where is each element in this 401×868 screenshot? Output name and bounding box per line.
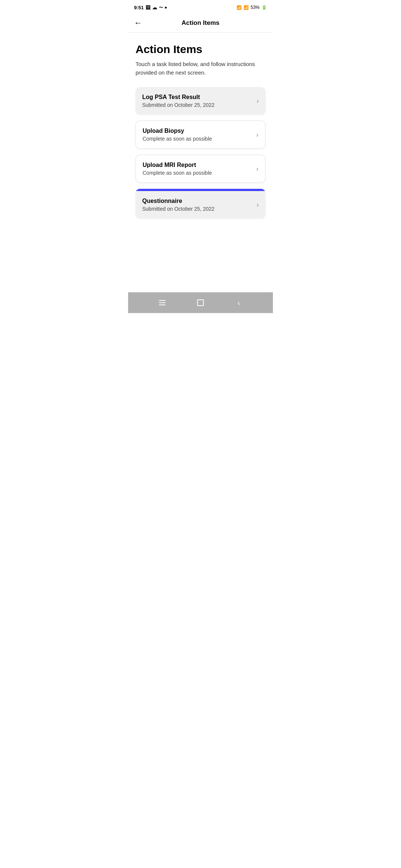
back-arrow-icon: ‹ [238, 299, 240, 307]
cloud-icon: ☁ [152, 5, 157, 10]
action-card-upload-mri[interactable]: Upload MRI Report Complete as soon as po… [136, 155, 265, 183]
signal-icon: 📶 [244, 5, 249, 10]
nav-recent-apps-button[interactable] [155, 295, 170, 310]
three-lines-icon [159, 300, 166, 305]
chevron-icon [257, 97, 259, 105]
wave-icon: 〜 [159, 5, 163, 10]
nav-bar: Action Items [128, 13, 273, 33]
page-heading: Action Items [136, 43, 265, 56]
action-card-questionnaire-subtitle: Submitted on October 25, 2022 [142, 206, 253, 212]
action-card-log-psa-title: Log PSA Test Result [142, 94, 253, 101]
time-display: 9:51 [134, 5, 144, 10]
chevron-icon [256, 165, 258, 173]
questionnaire-inner: Questionnaire Submitted on October 25, 2… [136, 191, 265, 218]
main-content: Action Items Touch a task listed below, … [128, 33, 273, 292]
dot-icon [165, 7, 167, 9]
bottom-nav-bar: ‹ [128, 292, 273, 313]
status-bar: 9:51 🖼 ☁ 〜 📶 📶 53% 🔋 [128, 0, 273, 13]
action-card-upload-mri-content: Upload MRI Report Complete as soon as po… [143, 162, 252, 176]
action-card-upload-mri-title: Upload MRI Report [143, 162, 252, 168]
page-subtitle: Touch a task listed below, and follow in… [136, 60, 265, 77]
wifi-icon: 📶 [237, 5, 242, 10]
action-card-upload-biopsy-subtitle: Complete as soon as possible [143, 136, 252, 142]
status-indicators: 📶 📶 53% 🔋 [237, 5, 267, 10]
action-card-questionnaire-title: Questionnaire [142, 198, 253, 204]
action-card-questionnaire-content: Questionnaire Submitted on October 25, 2… [142, 198, 253, 212]
home-square-icon [197, 299, 204, 306]
nav-title: Action Items [182, 19, 219, 27]
action-card-log-psa-content: Log PSA Test Result Submitted on October… [142, 94, 253, 108]
action-card-questionnaire[interactable]: Questionnaire Submitted on October 25, 2… [136, 189, 265, 218]
action-card-upload-biopsy-content: Upload Biopsy Complete as soon as possib… [143, 128, 252, 142]
nav-home-button[interactable] [193, 295, 208, 310]
action-card-upload-biopsy[interactable]: Upload Biopsy Complete as soon as possib… [136, 121, 265, 149]
battery-text: 53% [251, 5, 260, 10]
photo-icon: 🖼 [146, 5, 150, 10]
battery-icon: 🔋 [261, 5, 267, 10]
action-card-upload-mri-subtitle: Complete as soon as possible [143, 170, 252, 176]
chevron-icon [257, 201, 259, 209]
back-button[interactable] [134, 18, 142, 28]
action-card-log-psa[interactable]: Log PSA Test Result Submitted on October… [136, 87, 265, 115]
nav-back-button[interactable]: ‹ [231, 295, 246, 310]
action-card-upload-biopsy-title: Upload Biopsy [143, 128, 252, 134]
status-time: 9:51 🖼 ☁ 〜 [134, 5, 167, 10]
action-card-log-psa-subtitle: Submitted on October 25, 2022 [142, 102, 253, 108]
chevron-icon [256, 131, 258, 139]
